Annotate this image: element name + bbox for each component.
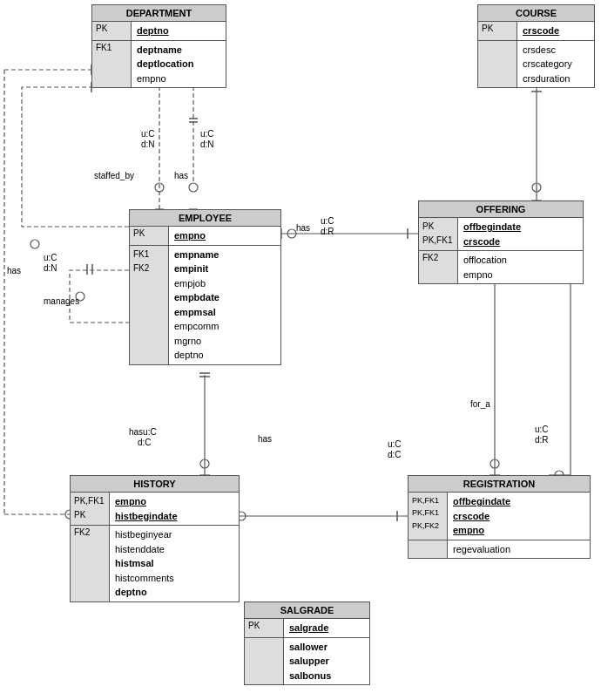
hist-pk-label: PK,FK1 PK	[71, 493, 110, 525]
label-uc-dept-top1: u:C	[200, 129, 214, 139]
off-field-crscode: crscode	[463, 236, 500, 247]
svg-point-29	[200, 459, 209, 468]
salgrade-title: SALGRADE	[245, 602, 369, 619]
sal-field-sallower: sallower	[289, 640, 331, 655]
employee-entity: EMPLOYEE PK empno FK1 FK2 empname empini…	[129, 209, 281, 365]
employee-title: EMPLOYEE	[130, 210, 280, 227]
off-fk2-label: FK2	[419, 251, 458, 283]
emp-field-empname: empname	[174, 248, 219, 262]
emp-pk-fields: empno	[169, 227, 211, 245]
course-field-crsduration: crsduration	[523, 71, 572, 86]
svg-point-18	[532, 183, 541, 192]
course-attr-label	[478, 41, 517, 88]
reg-field-offbegindate: offbegindate	[453, 496, 510, 506]
label-dc-off-reg: d:C	[388, 450, 402, 459]
hist-field-histcomments: histcomments	[115, 571, 174, 586]
hist-pk-fields: empno histbegindate	[110, 493, 183, 525]
sal-pk-fields: salgrade	[284, 619, 334, 637]
svg-point-1	[155, 183, 164, 192]
off-pk-label: PK PK,FK1	[419, 218, 458, 250]
label-has-dept-emp: has	[174, 171, 188, 180]
emp-fk-label: FK1 FK2	[130, 246, 169, 364]
salgrade-entity: SALGRADE PK salgrade sallower salupper s…	[244, 601, 370, 685]
label-uc-emp-off: u:C	[321, 216, 334, 226]
sal-field-salbonus: salbonus	[289, 669, 331, 683]
reg-attr-label	[409, 540, 448, 559]
sal-attr-label	[245, 638, 284, 685]
registration-title: REGISTRATION	[409, 476, 590, 493]
emp-attr-fields: empname empinit empjob empbdate empmsal …	[169, 246, 225, 364]
department-title: DEPARTMENT	[92, 5, 226, 22]
off-field-offlocation: offlocation	[463, 253, 507, 268]
off-field-offbegindate: offbegindate	[463, 221, 521, 232]
label-dn-dept-top1: d:N	[200, 139, 214, 149]
svg-point-4	[189, 183, 198, 192]
svg-point-24	[490, 459, 499, 468]
reg-field-regevaluation: regevaluation	[453, 542, 510, 557]
dept-fk-label: FK1	[92, 41, 132, 88]
label-dn-dept-top2: d:N	[141, 139, 155, 149]
course-pk-fields: crscode	[517, 22, 564, 40]
hist-field-histbeginyear: histbeginyear	[115, 527, 174, 542]
course-field-crscategory: crscategory	[523, 57, 572, 71]
diagram-container: COURSE PK crscode crsdesc crscategory cr…	[0, 0, 601, 700]
hist-field-histbegindate: histbegindate	[115, 511, 178, 521]
emp-field-empcomm: empcomm	[174, 319, 219, 334]
hist-field-histenddate: histenddate	[115, 542, 174, 557]
hist-fk2-label: FK2	[71, 526, 110, 601]
off-attr-fields: offlocation empno	[458, 251, 512, 283]
course-title: COURSE	[478, 5, 594, 22]
dept-pk-label: PK	[92, 22, 132, 40]
label-dr-emp-off: d:R	[321, 227, 334, 236]
hist-field-histmsal: histmsal	[115, 556, 174, 571]
department-entity: DEPARTMENT PK deptno FK1 deptname deptlo…	[91, 4, 226, 88]
svg-point-16	[30, 240, 39, 248]
registration-entity: REGISTRATION PK,FK1 PK,FK1 PK,FK2 offbeg…	[408, 475, 591, 559]
label-uc-reg-off: u:C	[535, 425, 549, 434]
label-uc-dept-top2: u:C	[141, 129, 155, 139]
reg-field-crscode: crscode	[453, 511, 490, 521]
hist-attr-fields: histbeginyear histenddate histmsal histc…	[110, 526, 179, 601]
label-for-a: for_a	[470, 399, 490, 409]
emp-field-empjob: empjob	[174, 276, 219, 291]
course-field-crscode: crscode	[523, 25, 559, 36]
reg-attr-fields: regevaluation	[448, 540, 516, 559]
emp-field-empbdate: empbdate	[174, 290, 219, 305]
reg-field-empno: empno	[453, 525, 484, 535]
label-staffed-by: staffed_by	[94, 171, 134, 180]
svg-point-9	[287, 229, 296, 238]
history-entity: HISTORY PK,FK1 PK empno histbegindate FK…	[70, 475, 240, 602]
reg-pk-label: PK,FK1 PK,FK1 PK,FK2	[409, 493, 448, 540]
emp-field-mgrno: mgrno	[174, 334, 219, 349]
label-dc: d:C	[138, 438, 152, 447]
history-title: HISTORY	[71, 476, 239, 493]
emp-field-deptno: deptno	[174, 348, 219, 363]
label-uc-off-reg: u:C	[388, 439, 402, 449]
off-field-empno: empno	[463, 268, 507, 282]
emp-field-empinit: empinit	[174, 262, 219, 276]
dept-attr-fields: deptname deptlocation empno	[132, 41, 199, 88]
offering-entity: OFFERING PK PK,FK1 offbegindate crscode …	[418, 200, 584, 284]
hist-field-empno: empno	[115, 496, 146, 506]
dept-field-deptname: deptname	[137, 43, 193, 58]
course-entity: COURSE PK crscode crsdesc crscategory cr…	[477, 4, 595, 88]
course-attr-fields: crsdesc crscategory crsduration	[517, 41, 577, 88]
label-manages: manages	[44, 296, 79, 306]
dept-pk-fields: deptno	[132, 22, 174, 40]
label-dr-reg-off: d:R	[535, 435, 549, 445]
hist-field-deptno: deptno	[115, 585, 174, 600]
emp-field-empmsal: empmsal	[174, 305, 219, 320]
dept-field-deptno: deptno	[137, 25, 169, 36]
label-uc-manages: u:C	[44, 253, 57, 262]
sal-field-salupper: salupper	[289, 654, 331, 669]
dept-field-deptlocation: deptlocation	[137, 57, 193, 71]
dept-field-empno: empno	[137, 71, 193, 86]
label-has-emp-off: has	[296, 223, 310, 233]
emp-field-empno: empno	[174, 230, 206, 241]
offering-title: OFFERING	[419, 201, 583, 218]
label-dn-manages: d:N	[44, 263, 57, 273]
label-has-hist-reg: has	[258, 434, 272, 444]
emp-pk-label: PK	[130, 227, 169, 245]
sal-pk-label: PK	[245, 619, 284, 637]
sal-field-salgrade: salgrade	[289, 622, 328, 633]
